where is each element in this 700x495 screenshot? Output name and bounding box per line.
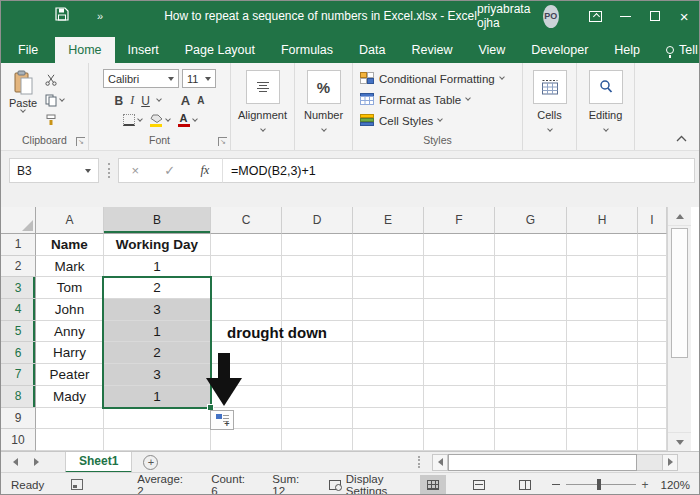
cell-B5[interactable]: 1 bbox=[104, 321, 211, 343]
horizontal-scroll-track[interactable] bbox=[637, 454, 662, 471]
new-sheet-button[interactable]: + bbox=[143, 455, 158, 470]
cell-G5[interactable] bbox=[495, 321, 567, 343]
scroll-left-button[interactable] bbox=[432, 454, 448, 471]
copy-button[interactable] bbox=[45, 93, 64, 107]
cell-A9[interactable] bbox=[36, 408, 104, 430]
cell-H7[interactable] bbox=[567, 364, 638, 386]
column-header-E[interactable]: E bbox=[353, 207, 424, 234]
cell-F4[interactable] bbox=[424, 299, 495, 321]
row-header-10[interactable]: 10 bbox=[1, 429, 36, 451]
minimize-button[interactable] bbox=[610, 1, 640, 31]
quick-access-more-icon[interactable]: » bbox=[97, 10, 102, 22]
vertical-scrollbar[interactable] bbox=[667, 207, 691, 451]
clipboard-dialog-launcher-icon[interactable]: ↘ bbox=[76, 137, 85, 146]
ribbon-tab-view[interactable]: View bbox=[465, 37, 518, 63]
enter-icon[interactable]: ✓ bbox=[164, 163, 175, 178]
cell-H6[interactable] bbox=[567, 342, 638, 364]
format-as-table-button[interactable]: Format as Table bbox=[360, 90, 504, 109]
scroll-up-button[interactable] bbox=[668, 207, 691, 226]
cell-H5[interactable] bbox=[567, 321, 638, 343]
paste-button[interactable]: Paste bbox=[1, 67, 45, 127]
column-header-C[interactable]: C bbox=[211, 207, 282, 234]
cell-B4[interactable]: 3 bbox=[104, 299, 211, 321]
cell-E7[interactable] bbox=[353, 364, 424, 386]
column-header-D[interactable]: D bbox=[282, 207, 353, 234]
format-painter-button[interactable] bbox=[45, 113, 64, 127]
cell-D1[interactable] bbox=[282, 234, 353, 256]
cell-H1[interactable] bbox=[567, 234, 638, 256]
ribbon-tab-tell-me[interactable]: Tell me bbox=[653, 37, 700, 63]
macro-record-icon[interactable] bbox=[71, 479, 83, 490]
cell-H4[interactable] bbox=[567, 299, 638, 321]
cell-I3[interactable] bbox=[638, 277, 667, 299]
cell-D2[interactable] bbox=[282, 256, 353, 278]
next-sheet-icon[interactable] bbox=[34, 458, 39, 466]
name-box[interactable]: B3 bbox=[9, 158, 99, 183]
italic-button[interactable]: I bbox=[130, 93, 134, 108]
borders-button[interactable] bbox=[123, 113, 142, 127]
normal-view-button[interactable] bbox=[420, 475, 446, 495]
horizontal-scroll-thumb[interactable] bbox=[448, 454, 637, 471]
zoom-track[interactable] bbox=[566, 484, 636, 485]
font-color-button[interactable]: A bbox=[178, 113, 197, 127]
cell-E8[interactable] bbox=[353, 386, 424, 408]
cell-A5[interactable]: Anny bbox=[36, 321, 104, 343]
cancel-icon[interactable]: × bbox=[132, 163, 140, 178]
ribbon-tab-insert[interactable]: Insert bbox=[115, 37, 172, 63]
cell-F8[interactable] bbox=[424, 386, 495, 408]
cell-D9[interactable] bbox=[282, 408, 353, 430]
autofill-options-button[interactable]: + bbox=[210, 410, 234, 430]
cell-D7[interactable] bbox=[282, 364, 353, 386]
row-header-4[interactable]: 4 bbox=[1, 299, 36, 321]
ribbon-tab-formulas[interactable]: Formulas bbox=[268, 37, 346, 63]
number-group[interactable]: % Number bbox=[295, 63, 353, 150]
conditional-formatting-button[interactable]: Conditional Formatting bbox=[360, 69, 504, 88]
cell-D3[interactable] bbox=[282, 277, 353, 299]
font-size-select[interactable]: 11 bbox=[182, 69, 216, 88]
horizontal-scrollbar[interactable] bbox=[432, 454, 678, 471]
cell-B6[interactable]: 2 bbox=[104, 342, 211, 364]
cell-H10[interactable] bbox=[567, 429, 638, 451]
ribbon-tab-data[interactable]: Data bbox=[346, 37, 398, 63]
cell-G4[interactable] bbox=[495, 299, 567, 321]
cell-G1[interactable] bbox=[495, 234, 567, 256]
cell-C10[interactable] bbox=[211, 429, 282, 451]
cells-button[interactable] bbox=[533, 70, 567, 104]
cell-E2[interactable] bbox=[353, 256, 424, 278]
cell-G7[interactable] bbox=[495, 364, 567, 386]
cell-D8[interactable] bbox=[282, 386, 353, 408]
row-header-5[interactable]: 5 bbox=[1, 321, 36, 343]
cell-E5[interactable] bbox=[353, 321, 424, 343]
cell-E10[interactable] bbox=[353, 429, 424, 451]
cell-E1[interactable] bbox=[353, 234, 424, 256]
cell-A10[interactable] bbox=[36, 429, 104, 451]
cell-C4[interactable] bbox=[211, 299, 282, 321]
select-all-button[interactable] bbox=[1, 207, 36, 234]
sheet-tab-sheet1[interactable]: Sheet1 bbox=[65, 452, 132, 473]
cell-H3[interactable] bbox=[567, 277, 638, 299]
cells-group[interactable]: Cells bbox=[523, 63, 577, 150]
cell-A2[interactable]: Mark bbox=[36, 256, 104, 278]
ribbon-tab-review[interactable]: Review bbox=[398, 37, 465, 63]
scroll-right-button[interactable] bbox=[662, 454, 678, 471]
ribbon-tab-developer[interactable]: Developer bbox=[518, 37, 601, 63]
cell-F9[interactable] bbox=[424, 408, 495, 430]
cell-A1[interactable]: Name bbox=[36, 234, 104, 256]
editing-group[interactable]: Editing bbox=[577, 63, 635, 150]
grow-font-button[interactable]: A bbox=[181, 93, 190, 108]
font-name-select[interactable]: Calibri bbox=[103, 69, 179, 88]
cell-F7[interactable] bbox=[424, 364, 495, 386]
avatar[interactable]: PO bbox=[543, 5, 559, 28]
cell-I10[interactable] bbox=[638, 429, 667, 451]
cut-button[interactable] bbox=[45, 73, 64, 87]
page-break-view-button[interactable] bbox=[512, 475, 538, 495]
cell-C1[interactable] bbox=[211, 234, 282, 256]
zoom-in-icon[interactable]: + bbox=[642, 479, 649, 491]
cell-F5[interactable] bbox=[424, 321, 495, 343]
formula-input[interactable]: =MOD(B2,3)+1 bbox=[222, 158, 695, 183]
cell-I4[interactable] bbox=[638, 299, 667, 321]
cell-E6[interactable] bbox=[353, 342, 424, 364]
cell-E9[interactable] bbox=[353, 408, 424, 430]
row-header-2[interactable]: 2 bbox=[1, 256, 36, 278]
cell-B3[interactable]: 2 bbox=[104, 277, 211, 299]
